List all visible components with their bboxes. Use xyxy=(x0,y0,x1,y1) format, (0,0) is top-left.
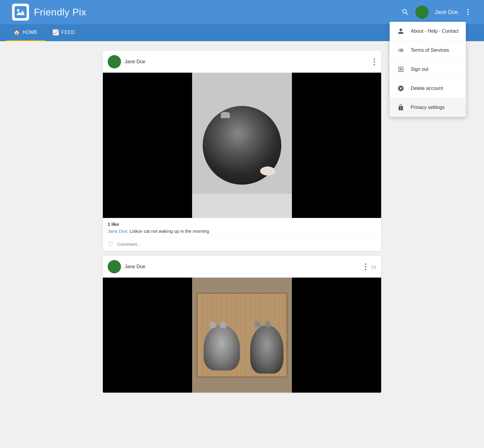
post-card-2: Jane Doe 5d xyxy=(103,256,381,393)
person-icon xyxy=(397,27,405,35)
svg-point-4 xyxy=(467,14,469,15)
post-header: Jane Doe xyxy=(103,51,381,73)
post-avatar-2[interactable] xyxy=(108,260,121,273)
nav-home-label: HOME xyxy=(23,30,38,35)
home-icon: 🏠 xyxy=(13,29,20,36)
user-name: Jane Doe xyxy=(435,9,458,15)
dropdown-item-signout[interactable]: Sign out xyxy=(390,60,466,79)
cancel-icon xyxy=(397,84,405,92)
post-avatar[interactable] xyxy=(108,55,121,68)
dropdown-item-delete[interactable]: Delete account xyxy=(390,79,466,98)
terms-label: Terms of Services xyxy=(411,48,449,53)
main-content: Jane Doe 1 like xyxy=(103,51,381,393)
post-footer: 1 like Jane Doe: Liskov cat not waking u… xyxy=(103,218,381,251)
post-more-button-2[interactable] xyxy=(364,262,368,272)
search-button[interactable] xyxy=(401,8,409,16)
post-image-2 xyxy=(103,278,381,393)
app-title: Friendly Pix xyxy=(34,7,86,18)
logo-icon xyxy=(12,4,29,21)
post-header-2: Jane Doe 5d xyxy=(103,256,381,278)
privacy-label: Privacy settings xyxy=(411,105,445,110)
exit-icon xyxy=(397,65,405,73)
nav-home[interactable]: 🏠 HOME xyxy=(6,24,45,41)
post-time-2: 5d xyxy=(371,264,376,269)
dropdown-item-privacy[interactable]: Privacy settings xyxy=(390,98,466,117)
dropdown-item-about[interactable]: About - Help - Contact xyxy=(390,22,466,41)
post-username: Jane Doe xyxy=(125,59,369,64)
post-username-2: Jane Doe xyxy=(125,264,360,269)
dropdown-item-terms[interactable]: Terms of Services xyxy=(390,41,466,60)
post-more-button[interactable] xyxy=(372,57,376,67)
post-caption: Jane Doe: Liskov cat not waking up in th… xyxy=(108,229,376,234)
post-image xyxy=(103,73,381,218)
user-avatar[interactable] xyxy=(415,5,429,19)
signout-label: Sign out xyxy=(411,67,429,72)
about-label: About - Help - Contact xyxy=(411,28,459,34)
header-left: Friendly Pix xyxy=(12,4,86,21)
header-right: Jane Doe xyxy=(401,5,472,19)
heart-icon[interactable]: ♡ xyxy=(108,240,114,248)
svg-point-1 xyxy=(17,9,19,12)
likes-count: 1 like xyxy=(108,222,376,227)
caption-username[interactable]: Jane Doe xyxy=(108,229,127,234)
feed-icon: 📈 xyxy=(52,29,59,36)
svg-rect-0 xyxy=(15,6,27,18)
nav-feed-label: FEED xyxy=(61,30,75,35)
dropdown-menu: About - Help - Contact Terms of Services… xyxy=(390,22,466,117)
list-icon xyxy=(397,46,405,54)
comment-area: ♡ xyxy=(108,237,376,251)
caption-text: : Liskov cat not waking up in the mornin… xyxy=(127,229,209,234)
delete-label: Delete account xyxy=(411,86,443,91)
header: Friendly Pix Jane Doe About - Help - xyxy=(0,0,484,24)
header-more-button[interactable] xyxy=(464,8,472,16)
post-card: Jane Doe 1 like xyxy=(103,51,381,251)
svg-point-2 xyxy=(467,9,469,10)
nav-feed[interactable]: 📈 FEED xyxy=(45,24,82,41)
lock-icon xyxy=(397,104,405,111)
svg-point-3 xyxy=(467,12,469,13)
comment-input[interactable] xyxy=(117,242,376,247)
